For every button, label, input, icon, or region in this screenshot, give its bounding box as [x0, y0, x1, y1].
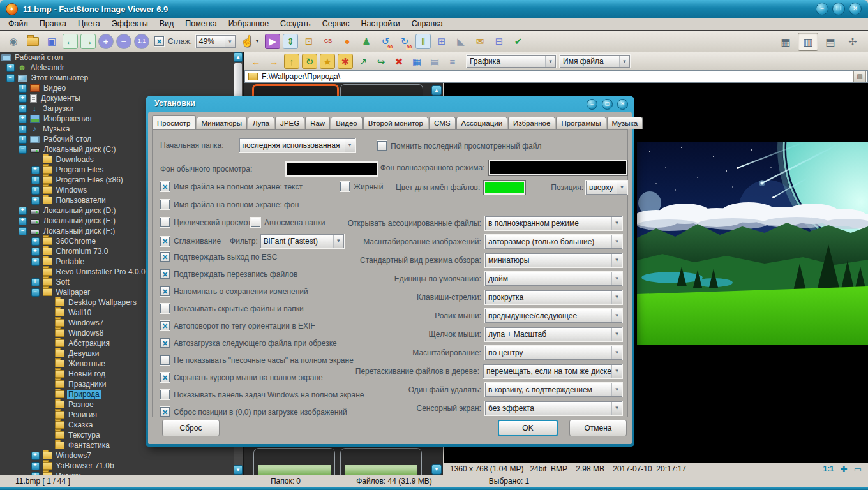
crop-icon[interactable]: ⊡ — [301, 33, 317, 50]
tree-expander-icon[interactable]: + — [31, 248, 40, 256]
menu-item-10[interactable]: Справка — [406, 18, 449, 30]
back-icon[interactable]: ← — [248, 54, 264, 69]
tree-expander-icon[interactable]: + — [31, 166, 40, 174]
tree-expander-icon[interactable]: + — [19, 207, 27, 215]
layout-fullscreen-button[interactable]: ✢ — [842, 33, 863, 51]
tree-expander-icon[interactable]: + — [19, 125, 27, 133]
menu-item-8[interactable]: Сервис — [317, 18, 355, 30]
filename-bg-checkbox[interactable]: ×Имя файла на полном экране: фон — [160, 200, 299, 209]
scroll-up-icon[interactable]: ▲ — [234, 52, 243, 62]
menu-item-2[interactable]: Цвета — [72, 18, 106, 30]
chevron-down-icon[interactable]: ▾ — [617, 181, 627, 194]
chevron-down-icon[interactable]: ▾ — [611, 402, 622, 415]
tree-item-2[interactable]: −Этот компьютер — [0, 73, 243, 83]
scroll-down-icon[interactable]: ▼ — [234, 465, 243, 475]
scroll-down-icon[interactable]: ▼ — [431, 464, 442, 475]
layout-browser-button[interactable]: ▥ — [798, 33, 818, 51]
delete-icon[interactable]: ✖ — [391, 54, 407, 69]
tree-expander-icon[interactable]: + — [19, 115, 27, 123]
menu-item-0[interactable]: Файл — [3, 18, 34, 30]
thumbnail[interactable] — [253, 448, 335, 475]
restore-button[interactable]: ❐ — [832, 3, 845, 15]
tab-0[interactable]: Просмотр — [152, 115, 196, 129]
tree-item-0[interactable]: Рабочий стол — [0, 52, 243, 63]
tab-9[interactable]: Избранное — [508, 117, 555, 129]
setting-select-9[interactable]: в корзину, с подтверждением▾ — [485, 383, 622, 397]
path-action-icon[interactable]: ▤ — [853, 71, 866, 82]
chevron-down-icon[interactable]: ▾ — [611, 346, 622, 359]
pan-icon[interactable]: ✚ — [841, 464, 848, 474]
tree-item-40[interactable]: +YaBrowser 71.0b — [0, 461, 243, 471]
tree-expander-icon[interactable]: − — [6, 74, 15, 82]
menu-item-9[interactable]: Настройки — [355, 18, 405, 30]
scan-icon[interactable]: ◣ — [453, 33, 469, 50]
sort-select[interactable]: Имя файла▾ — [560, 55, 630, 68]
chevron-down-icon[interactable]: ▾ — [611, 291, 622, 304]
color-balance-icon[interactable]: CB — [320, 33, 336, 50]
chevron-down-icon[interactable]: ▾ — [611, 328, 622, 341]
setting-select-4[interactable]: прокрутка▾ — [485, 290, 622, 304]
tree-expander-icon[interactable]: + — [19, 94, 27, 103]
menu-item-1[interactable]: Правка — [34, 18, 72, 30]
tree-expander-icon[interactable]: + — [31, 278, 40, 286]
setting-select-6[interactable]: лупа + Масштаб▾ — [485, 327, 622, 341]
tree-item-1[interactable]: +☻Aleksandr — [0, 63, 243, 73]
tree-expander-icon[interactable]: + — [31, 237, 40, 246]
refresh-folder-icon[interactable]: ↻ — [302, 54, 317, 69]
setting-select-10[interactable]: без эффекта▾ — [485, 401, 622, 415]
forward-icon[interactable]: → — [266, 54, 281, 69]
zoom-ratio-label[interactable]: 1:1 — [823, 464, 834, 473]
previous-icon[interactable]: ← — [63, 34, 78, 49]
next-icon[interactable]: → — [80, 34, 96, 49]
reset-button[interactable]: Сброс — [162, 420, 220, 436]
list-view-icon[interactable]: ▤ — [427, 54, 442, 69]
filename-color-swatch[interactable] — [484, 181, 525, 195]
menu-item-7[interactable]: Создать — [274, 18, 317, 30]
compare-images-icon[interactable]: ‖ — [415, 34, 431, 49]
tab-4[interactable]: Raw — [305, 117, 330, 129]
layout-windows-button[interactable]: ▦ — [775, 33, 796, 51]
menu-item-3[interactable]: Эффекты — [106, 18, 154, 30]
copy-to-icon[interactable]: ↪ — [373, 54, 389, 69]
path-bar[interactable]: F:\Wallpaper\Природа\ ▤ — [244, 70, 868, 83]
chevron-down-icon[interactable]: ▾ — [611, 383, 622, 396]
setting-select-7[interactable]: по центру▾ — [485, 346, 622, 360]
chevron-down-icon[interactable]: ▾ — [611, 254, 622, 267]
rotate-left-icon[interactable]: ↺90 — [377, 33, 394, 50]
checkbox[interactable]: × — [160, 200, 170, 209]
file-filter-select[interactable]: Графика▾ — [467, 55, 556, 68]
thumbnail[interactable] — [340, 448, 422, 475]
chevron-down-icon[interactable]: ▾ — [345, 139, 355, 152]
ok-button[interactable]: OK — [498, 420, 558, 436]
tree-expander-icon[interactable]: + — [31, 176, 40, 184]
start-folder-select[interactable]: последняя использованная▾ — [239, 138, 355, 152]
tab-7[interactable]: CMS — [429, 117, 456, 129]
stamp-icon[interactable]: ♟ — [358, 33, 375, 50]
settings-check-icon[interactable]: ✔ — [510, 33, 527, 50]
copy-move-icon[interactable]: ⊞ — [433, 33, 450, 50]
cancel-button[interactable]: Отмена — [569, 420, 627, 436]
rotate-right-icon[interactable]: ↻90 — [396, 33, 413, 50]
email-icon[interactable]: ✉ — [472, 33, 488, 50]
position-select[interactable]: вверху▾ — [586, 181, 627, 195]
tree-expander-icon[interactable]: + — [31, 452, 40, 460]
setting-select-1[interactable]: авторазмер (только большие)▾ — [485, 235, 622, 249]
slideshow-icon[interactable]: ▶ — [265, 34, 280, 49]
remember-last-file-checkbox[interactable]: ×Помнить последний просмотренный файл — [377, 141, 541, 151]
scroll-up-icon[interactable]: ▲ — [431, 85, 442, 96]
chevron-down-icon[interactable]: ▾ — [611, 309, 622, 322]
dialog-restore-button[interactable]: ▢ — [602, 99, 613, 110]
tree-expander-icon[interactable]: − — [19, 227, 27, 235]
chevron-down-icon[interactable]: ▾ — [611, 272, 622, 285]
favorites-folder-icon[interactable]: ★ — [320, 54, 335, 69]
tab-6[interactable]: Второй монитор — [363, 117, 428, 129]
minimize-button[interactable]: – — [816, 3, 828, 15]
chevron-down-icon[interactable]: ▾ — [545, 56, 555, 67]
fit-window-icon[interactable]: ▭ — [854, 464, 862, 474]
bg-fullscreen-color-swatch[interactable] — [489, 160, 627, 175]
zoom-select[interactable]: 49%▾ — [196, 35, 236, 48]
details-view-icon[interactable]: ≡ — [445, 54, 460, 69]
tab-8[interactable]: Ассоциации — [456, 117, 508, 129]
tree-expander-icon[interactable]: + — [31, 258, 40, 266]
new-folder-icon[interactable]: ✱ — [338, 54, 353, 69]
